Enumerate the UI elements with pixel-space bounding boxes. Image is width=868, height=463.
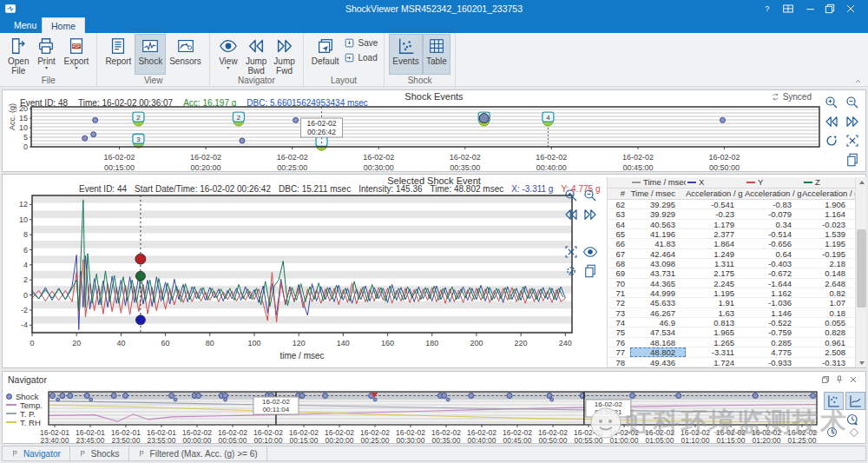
- layout-window-icon[interactable]: [781, 2, 795, 16]
- column-header[interactable]: Time / msec: [630, 189, 686, 199]
- table-row[interactable]: 6541.1962.377-0.5141.539: [608, 229, 855, 239]
- table-row[interactable]: 7849.4361.724-0.933-0.313: [608, 358, 855, 367]
- svg-text:00:54:21: 00:54:21: [595, 408, 622, 416]
- table-cell: 0.64: [745, 249, 802, 258]
- table-row[interactable]: 6742.4641.2490.64-0.195: [608, 249, 855, 259]
- shock-data-table: Time / msecXYZ#Time / msecAcceleration /…: [607, 177, 855, 367]
- nav-diamond-icon[interactable]: [848, 427, 860, 439]
- group-header-label: Time / msec: [643, 177, 686, 188]
- wave-copy-icon[interactable]: [582, 263, 598, 279]
- ribbon-button-label: Load: [358, 53, 377, 63]
- column-header[interactable]: Acceleration / g: [745, 189, 802, 199]
- table-cell: 1.724: [686, 358, 745, 367]
- nav-scatter-view-button[interactable]: [824, 392, 844, 410]
- table-row[interactable]: 7648.1681.2650.2850.961: [608, 338, 855, 347]
- table-row[interactable]: 6843.0981.311-0.4032.18: [608, 259, 855, 268]
- ribbon-button-export[interactable]: PDFExport▾: [60, 34, 92, 75]
- close-icon[interactable]: [844, 2, 858, 16]
- ribbon-button-view[interactable]: View▾: [214, 34, 242, 75]
- table-row[interactable]: 6641.831.864-0.6561.195: [608, 239, 855, 248]
- ribbon-button-jump-bwd[interactable]: Jump Bwd: [242, 34, 270, 75]
- ribbon-button-load[interactable]: Load: [344, 52, 378, 63]
- svg-text:-4: -4: [21, 321, 28, 329]
- wave-view-icon[interactable]: [582, 244, 598, 260]
- restore-icon[interactable]: [823, 2, 837, 16]
- info-field: Intensity: 145.36: [358, 184, 422, 194]
- table-row[interactable]: 6943.7312.175-0.6720.148: [608, 268, 855, 278]
- table-cell: 1.07: [802, 298, 856, 307]
- nav-clock-icon[interactable]: [825, 426, 838, 439]
- wave-zoom-out-icon[interactable]: [582, 188, 598, 203]
- table-row[interactable]: 7044.3652.245-1.6442.648: [608, 279, 855, 288]
- wave-jump-fwd-icon[interactable]: [582, 207, 598, 222]
- help-icon[interactable]: ?: [760, 2, 774, 16]
- wave-settings-icon[interactable]: [563, 263, 579, 279]
- events-copy-icon[interactable]: [845, 152, 860, 168]
- events-zoom-out-icon[interactable]: [845, 95, 860, 110]
- tab-home[interactable]: Home: [42, 17, 85, 33]
- nav-line-view-button[interactable]: [845, 392, 865, 410]
- column-header[interactable]: Acceleration / g: [686, 189, 745, 199]
- bottom-tab-navigator[interactable]: Navigator: [3, 446, 70, 460]
- table-row[interactable]: 7446.90.813-0.5220.055: [608, 318, 855, 327]
- nav-restore-icon[interactable]: [820, 374, 831, 385]
- table-row[interactable]: 7245.6331.91-1.0361.07: [608, 298, 855, 308]
- table-cell: 2.245: [686, 279, 745, 288]
- scroll-up-icon[interactable]: [857, 177, 866, 187]
- table-cell: -0.313: [802, 358, 856, 367]
- events-jump-fwd-icon[interactable]: [845, 114, 860, 129]
- table-cell: 47.534: [630, 327, 686, 336]
- table-row[interactable]: 6339.929-0.23-0.0791.164: [608, 209, 855, 219]
- events-fit-icon[interactable]: [845, 133, 860, 149]
- ribbon-button-save[interactable]: Save: [344, 37, 378, 49]
- events-chart[interactable]: 2015105016-02-0200:15:0016-02-0200:20:00…: [3, 103, 824, 173]
- table-group-header: Time / msecXYZ: [608, 177, 855, 189]
- svg-text:23:45:00: 23:45:00: [76, 436, 104, 445]
- table-cell: -0.079: [745, 209, 802, 218]
- ribbon-button-sensors[interactable]: Sensors: [166, 34, 205, 75]
- waveform-chart[interactable]: 121086420-2-4020406080100120140160180200…: [3, 194, 610, 367]
- ribbon-button-open-file[interactable]: Open File: [4, 34, 32, 75]
- svg-text:80: 80: [206, 339, 214, 347]
- svg-text:time / msec: time / msec: [279, 351, 324, 360]
- table-cell: 0.961: [802, 338, 856, 347]
- load-icon: [344, 52, 355, 63]
- table-row[interactable]: 7547.5341.965-0.7590.828: [608, 327, 855, 337]
- selected-event-panel: Selected Shock Event Event ID: 44Start D…: [2, 174, 866, 368]
- events-reset-icon[interactable]: [824, 133, 839, 149]
- navigator-chart[interactable]: 16-02-0123:40:0016-02-0123:45:0016-02-01…: [3, 390, 867, 445]
- bottom-tab-shocks[interactable]: Shocks: [70, 446, 129, 460]
- nav-clock-forward-icon[interactable]: [845, 413, 860, 427]
- wave-zoom-in-icon[interactable]: [563, 188, 579, 203]
- collapse-ribbon-icon[interactable]: [853, 76, 863, 86]
- column-header[interactable]: #: [608, 189, 630, 199]
- wave-fit-icon[interactable]: [563, 244, 579, 260]
- table-row[interactable]: 7748.802-3.3114.7752.508: [608, 347, 855, 357]
- minimize-icon[interactable]: [804, 2, 818, 16]
- ribbon-button-default[interactable]: Default: [308, 34, 343, 75]
- nav-pin-icon[interactable]: [834, 374, 845, 385]
- ribbon-button-jump-fwd[interactable]: Jump Fwd: [270, 34, 298, 75]
- wave-jump-bwd-icon[interactable]: [563, 207, 579, 222]
- bottom-tab-filtered-max-acc-g-6[interactable]: Filtered (Max. Acc. (g) >= 6): [129, 446, 267, 460]
- tab-menu[interactable]: Menu: [7, 17, 43, 33]
- table-row[interactable]: 7144.9991.1951.1620.82: [608, 288, 855, 298]
- ribbon-button-report[interactable]: Report: [102, 34, 135, 75]
- scroll-down-icon[interactable]: [857, 358, 866, 367]
- ribbon-button-events[interactable]: Events: [389, 34, 423, 75]
- ribbon-button-print[interactable]: Print▾: [32, 34, 60, 75]
- table-scrollbar[interactable]: [855, 177, 866, 367]
- events-jump-bwd-icon[interactable]: [824, 114, 839, 129]
- table-row[interactable]: 6239.295-0.541-0.831.906: [608, 200, 855, 209]
- table-row[interactable]: 6440.5631.1790.34-0.023: [608, 220, 855, 229]
- scrollbar-thumb[interactable]: [857, 229, 866, 308]
- svg-text:00:10:00: 00:10:00: [253, 436, 282, 445]
- nav-close-icon[interactable]: [848, 374, 858, 385]
- events-zoom-in-icon[interactable]: [824, 95, 839, 110]
- table-row[interactable]: 7346.2671.631.1460.18: [608, 308, 855, 318]
- svg-text:60: 60: [161, 339, 170, 347]
- ribbon-button-shock[interactable]: Shock: [135, 34, 166, 75]
- column-header[interactable]: Acceleration / g: [802, 189, 856, 199]
- table-column-header[interactable]: #Time / msecAcceleration / gAcceleration…: [608, 189, 855, 200]
- ribbon-button-table[interactable]: Table: [423, 34, 450, 75]
